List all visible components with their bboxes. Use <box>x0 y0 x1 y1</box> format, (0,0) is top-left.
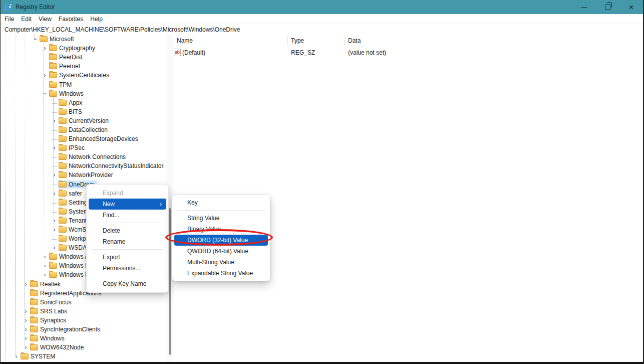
tree-item-content[interactable]: Synaptics <box>30 316 69 324</box>
chevron-right-icon[interactable]: › <box>51 145 58 151</box>
chevron-right-icon[interactable]: › <box>51 245 58 251</box>
submenu-item-expandable-string-value[interactable]: Expandable String Value <box>174 268 268 279</box>
context-menu-item-rename[interactable]: Rename <box>89 236 166 247</box>
tree-item-content[interactable]: Network Connections <box>58 153 128 161</box>
tree-item-content[interactable]: SystemCertificates <box>49 71 112 79</box>
tree-item-system[interactable]: ›SYSTEM <box>1 352 166 361</box>
chevron-right-icon[interactable]: › <box>41 45 49 51</box>
tree-item-content[interactable]: Windows <box>30 334 67 342</box>
tree-item-networkprovider[interactable]: ›NetworkProvider <box>1 170 166 179</box>
tree-item-content[interactable]: TPM <box>49 81 74 89</box>
column-resizer[interactable] <box>287 36 288 45</box>
tree-item-content[interactable]: safer <box>58 190 85 198</box>
tree-item-datacollection[interactable]: DataCollection <box>1 125 166 134</box>
menu-edit[interactable]: Edit <box>18 16 35 23</box>
tree-item-networkconnectivitystatusindicator[interactable]: NetworkConnectivityStatusIndicator <box>1 161 166 170</box>
tree-item-content[interactable]: Microsoft <box>39 35 77 43</box>
tree-item-content[interactable]: Appx <box>58 99 85 107</box>
menu-favorites[interactable]: Favorites <box>55 16 87 23</box>
tree-item-systemcertificates[interactable]: ›SystemCertificates <box>1 71 166 80</box>
tree-item-tpm[interactable]: TPM <box>1 80 166 89</box>
tree-item-sonicfocus[interactable]: SonicFocus <box>1 298 166 307</box>
context-menu-item-permissions[interactable]: Permissions... <box>89 263 166 274</box>
chevron-right-icon[interactable]: › <box>22 326 30 332</box>
tree-item-synaptics[interactable]: ›Synaptics <box>1 316 166 325</box>
tree-item-bits[interactable]: BITS <box>1 107 166 116</box>
context-menu-item-export[interactable]: Export <box>89 252 166 263</box>
tree-item-content[interactable]: SyncIntegrationClients <box>30 325 103 333</box>
tree-item-currentversion[interactable]: ›CurrentVersion <box>1 116 166 125</box>
tree-item-content[interactable]: CurrentVersion <box>58 117 111 125</box>
tree-item-content[interactable]: WOW6432Node <box>30 343 86 351</box>
tree-item-content[interactable]: SonicFocus <box>30 298 74 306</box>
tree-item-content[interactable]: Peernet <box>49 62 83 70</box>
submenu-item-qword-64-bit-value[interactable]: QWORD (64-bit) Value <box>174 246 268 257</box>
menu-file[interactable]: File <box>1 16 18 23</box>
submenu-item-multi-string-value[interactable]: Multi-String Value <box>174 257 268 268</box>
chevron-right-icon[interactable]: › <box>41 72 49 78</box>
tree-item-peerdist[interactable]: PeerDist <box>1 53 166 62</box>
tree-item-enhancedstoragedevices[interactable]: EnhancedStorageDevices <box>1 134 166 143</box>
tree-item-content[interactable]: BITS <box>58 108 85 116</box>
tree-item-wow6432node[interactable]: ›WOW6432Node <box>1 343 166 352</box>
tree-item-ipsec[interactable]: ›IPSec <box>1 143 166 152</box>
menu-view[interactable]: View <box>35 16 55 23</box>
tree-item-content[interactable]: Windows <box>49 90 86 98</box>
tree-item-microsoft[interactable]: ›Microsoft <box>1 35 166 44</box>
close-button[interactable]: × <box>619 0 643 14</box>
tree-item-syncintegrationclients[interactable]: ›SyncIntegrationClients <box>1 325 166 334</box>
context-menu-item-delete[interactable]: Delete <box>89 225 166 236</box>
tree-item-content[interactable]: IPSec <box>58 144 87 152</box>
tree-item-content[interactable]: PeerDist <box>49 53 85 61</box>
tree-item-content[interactable]: NetworkProvider <box>58 171 116 179</box>
tree-item-appx[interactable]: Appx <box>1 98 166 107</box>
column-header-type[interactable]: Type <box>291 37 304 44</box>
submenu-item-string-value[interactable]: String Value <box>174 213 268 224</box>
tree-item-content[interactable]: Cryptography <box>49 44 98 52</box>
scrollbar-thumb[interactable] <box>169 208 171 355</box>
chevron-right-icon[interactable]: › <box>22 335 30 341</box>
chevron-down-icon[interactable]: › <box>42 90 48 97</box>
column-resizer[interactable] <box>480 36 480 45</box>
tree-item-peernet[interactable]: Peernet <box>1 62 166 71</box>
tree-item-content[interactable]: SYSTEM <box>20 352 58 360</box>
chevron-right-icon[interactable]: › <box>41 254 49 260</box>
chevron-right-icon[interactable]: › <box>51 118 58 124</box>
chevron-right-icon[interactable]: › <box>41 272 49 278</box>
value-row-default[interactable]: ab (Default) REG_SZ (value not set) <box>173 48 642 58</box>
menu-help[interactable]: Help <box>87 16 106 23</box>
chevron-right-icon[interactable]: › <box>22 281 30 287</box>
chevron-right-icon[interactable]: › <box>22 344 30 350</box>
context-menu-item-copy-key-name[interactable]: Copy Key Name <box>89 278 166 289</box>
tree-item-content[interactable]: EnhancedStorageDevices <box>58 135 141 143</box>
menu-item-label: String Value <box>187 215 219 222</box>
tree-item-srs-labs[interactable]: ›SRS Labs <box>1 307 166 316</box>
chevron-right-icon[interactable]: › <box>13 353 20 359</box>
address-bar[interactable]: Computer\HKEY_LOCAL_MACHINE\SOFTWARE\Pol… <box>1 24 643 35</box>
context-menu-item-find[interactable]: Find... <box>89 210 166 221</box>
tree-item-content[interactable]: DataCollection <box>58 126 110 134</box>
chevron-right-icon[interactable]: › <box>41 263 49 269</box>
chevron-right-icon[interactable]: › <box>22 317 30 323</box>
tree-item-cryptography[interactable]: ›Cryptography <box>1 44 166 53</box>
tree-item-content[interactable]: Realtek <box>30 280 63 288</box>
tree-item-content[interactable]: SRS Labs <box>30 307 70 315</box>
chevron-right-icon[interactable]: › <box>51 227 58 233</box>
column-header-name[interactable]: Name <box>177 37 193 44</box>
restore-button[interactable] <box>596 0 619 14</box>
chevron-right-icon[interactable]: › <box>51 191 58 197</box>
chevron-right-icon[interactable]: › <box>22 308 30 314</box>
column-resizer[interactable] <box>344 36 345 45</box>
context-menu-item-new[interactable]: New› <box>89 199 166 210</box>
column-header-data[interactable]: Data <box>348 37 361 44</box>
minimize-button[interactable] <box>572 0 596 14</box>
chevron-right-icon[interactable]: › <box>51 172 58 178</box>
tree-item-network-connections[interactable]: Network Connections <box>1 152 166 161</box>
tree-item-content[interactable]: NetworkConnectivityStatusIndicator <box>58 162 166 170</box>
chevron-down-icon[interactable]: › <box>33 36 39 43</box>
tree-item-windows[interactable]: ›Windows <box>1 334 166 343</box>
tree-item-windows[interactable]: ›Windows <box>1 89 166 98</box>
submenu-item-key[interactable]: Key <box>174 197 268 208</box>
folder-icon <box>30 281 38 287</box>
chevron-right-icon[interactable]: › <box>51 218 58 224</box>
